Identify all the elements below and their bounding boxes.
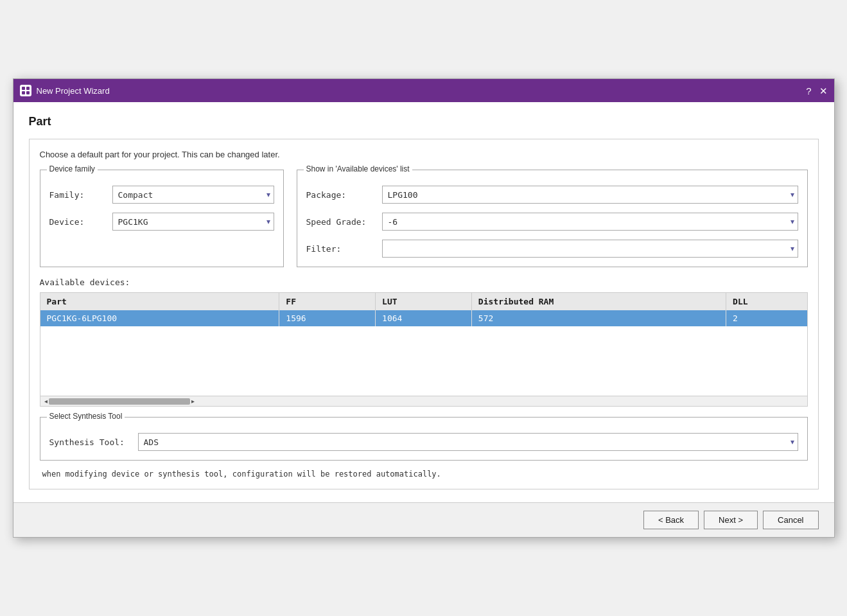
device-select[interactable]: PGC1KG <box>112 213 274 231</box>
filter-select-wrap: ▾ <box>382 240 798 258</box>
table-header: Part FF LUT Distributed RAM DLL <box>40 293 807 310</box>
back-button[interactable]: < Back <box>643 511 699 529</box>
table-container[interactable]: Part FF LUT Distributed RAM DLL PGC1KG-6… <box>40 293 807 396</box>
cell-part: PGC1KG-6LPG100 <box>40 310 279 326</box>
title-bar-controls: ? ✕ <box>806 86 827 96</box>
synthesis-legend: Select Synthesis Tool <box>47 412 125 421</box>
col-lut: LUT <box>376 293 472 310</box>
available-devices-label: Available devices: <box>40 277 808 287</box>
app-icon <box>20 85 31 96</box>
package-select[interactable]: LPG100 <box>382 186 798 204</box>
help-button[interactable]: ? <box>806 86 811 96</box>
speed-grade-label: Speed Grade: <box>306 217 377 227</box>
horizontal-scrollbar[interactable]: ◂ ▸ <box>40 396 807 406</box>
device-family-section: Device family Family: Compact ▾ Device: … <box>40 170 284 267</box>
table-row[interactable]: PGC1KG-6LPG100 1596 1064 572 2 <box>40 310 807 326</box>
dialog-footer: < Back Next > Cancel <box>13 502 834 537</box>
cell-ff: 1596 <box>279 310 376 326</box>
scroll-right-arrow[interactable]: ▸ <box>190 398 196 405</box>
svg-rect-0 <box>22 87 25 90</box>
synthesis-select[interactable]: ADS <box>138 433 798 451</box>
table-header-row: Part FF LUT Distributed RAM DLL <box>40 293 807 310</box>
main-panel: Choose a default part for your project. … <box>29 139 819 489</box>
filter-row: Filter: ▾ <box>306 240 798 258</box>
page-title: Part <box>29 115 819 128</box>
available-devices-filter-legend: Show in 'Available devices' list <box>304 164 412 173</box>
title-bar: New Project Wizard ? ✕ <box>13 79 834 102</box>
cell-distributed-ram: 572 <box>471 310 726 326</box>
dialog-body: Part Choose a default part for your proj… <box>13 102 834 502</box>
synthesis-row: Synthesis Tool: ADS ▾ <box>49 433 798 451</box>
speed-grade-select[interactable]: -6 <box>382 213 798 231</box>
synthesis-section: Select Synthesis Tool Synthesis Tool: AD… <box>40 417 808 461</box>
device-select-wrap: PGC1KG ▾ <box>112 213 274 231</box>
col-dll: DLL <box>726 293 807 310</box>
filter-label: Filter: <box>306 244 377 254</box>
dialog-window: New Project Wizard ? ✕ Part Choose a def… <box>13 78 835 538</box>
package-row: Package: LPG100 ▾ <box>306 186 798 204</box>
available-devices-filter-section: Show in 'Available devices' list Package… <box>297 170 808 267</box>
filter-select[interactable] <box>382 240 798 258</box>
cell-lut: 1064 <box>376 310 472 326</box>
device-family-legend: Device family <box>47 164 98 173</box>
notice-text: when modifying device or synthesis tool,… <box>40 470 808 479</box>
devices-table: Part FF LUT Distributed RAM DLL PGC1KG-6… <box>40 293 807 326</box>
synthesis-label: Synthesis Tool: <box>49 437 133 447</box>
next-button[interactable]: Next > <box>704 511 758 529</box>
svg-rect-1 <box>26 87 30 90</box>
close-button[interactable]: ✕ <box>819 86 828 96</box>
col-ff: FF <box>279 293 376 310</box>
family-select-wrap: Compact ▾ <box>112 186 274 204</box>
table-body: PGC1KG-6LPG100 1596 1064 572 2 <box>40 310 807 326</box>
col-distributed-ram: Distributed RAM <box>471 293 726 310</box>
col-part: Part <box>40 293 279 310</box>
svg-rect-3 <box>26 91 30 94</box>
synthesis-select-wrap: ADS ▾ <box>138 433 798 451</box>
speed-grade-select-wrap: -6 ▾ <box>382 213 798 231</box>
cancel-button[interactable]: Cancel <box>763 511 818 529</box>
description-text: Choose a default part for your project. … <box>40 150 808 159</box>
family-label: Family: <box>49 190 107 200</box>
family-select[interactable]: Compact <box>112 186 274 204</box>
two-column-section: Device family Family: Compact ▾ Device: … <box>40 170 808 267</box>
svg-rect-2 <box>22 91 25 94</box>
synthesis-tool-box: Select Synthesis Tool Synthesis Tool: AD… <box>40 417 808 461</box>
scroll-thumb[interactable] <box>49 398 190 405</box>
cell-dll: 2 <box>726 310 807 326</box>
dialog-title: New Project Wizard <box>37 86 801 96</box>
package-label: Package: <box>306 190 377 200</box>
family-row: Family: Compact ▾ <box>49 186 274 204</box>
package-select-wrap: LPG100 ▾ <box>382 186 798 204</box>
scroll-left-arrow[interactable]: ◂ <box>43 398 49 405</box>
devices-table-wrap: Part FF LUT Distributed RAM DLL PGC1KG-6… <box>40 292 808 407</box>
device-label: Device: <box>49 217 107 227</box>
speed-grade-row: Speed Grade: -6 ▾ <box>306 213 798 231</box>
device-row: Device: PGC1KG ▾ <box>49 213 274 231</box>
